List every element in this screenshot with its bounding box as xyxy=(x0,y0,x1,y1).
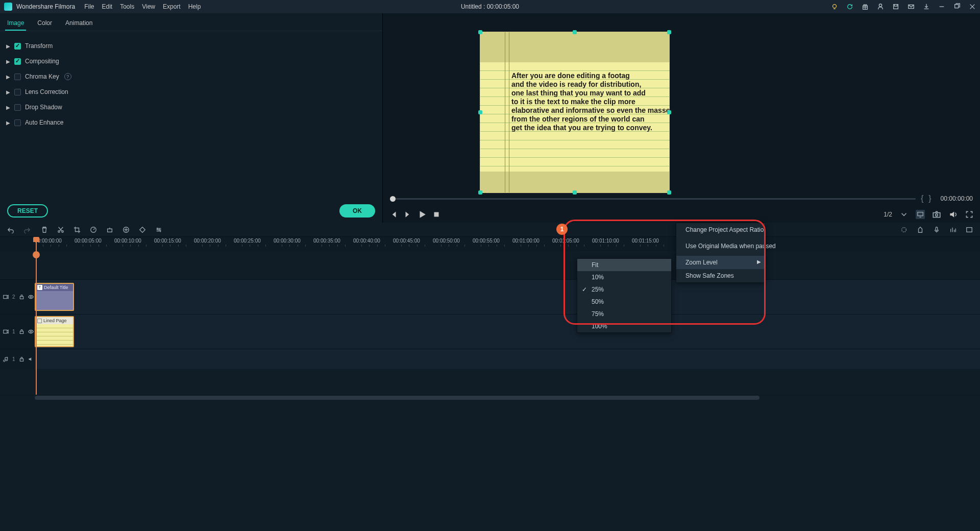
delete-button[interactable] xyxy=(41,226,48,233)
tab-color[interactable]: Color xyxy=(35,16,54,31)
resize-handle-icon[interactable] xyxy=(667,110,671,114)
reset-button[interactable]: RESET xyxy=(7,204,48,218)
dropdown-icon[interactable] xyxy=(899,210,909,219)
play-button[interactable] xyxy=(418,210,427,219)
brace-right-icon[interactable]: } xyxy=(928,194,931,203)
help-icon[interactable]: ? xyxy=(64,73,71,80)
playhead-knob-icon[interactable] xyxy=(33,251,40,258)
resize-handle-icon[interactable] xyxy=(478,30,482,34)
tab-image[interactable]: Image xyxy=(5,16,26,31)
checkbox-icon[interactable] xyxy=(14,104,21,111)
timeline-ruler[interactable]: 00:00:00:0000:00:05:0000:00:10:0000:00:1… xyxy=(0,237,980,251)
menu-use-original-media[interactable]: Use Original Media when paused xyxy=(676,239,765,253)
ok-button[interactable]: OK xyxy=(339,204,375,218)
resize-handle-icon[interactable] xyxy=(573,190,577,195)
prop-auto-enhance[interactable]: ▶Auto Enhance xyxy=(5,115,377,130)
menu-edit[interactable]: Edit xyxy=(102,3,113,10)
lock-icon[interactable] xyxy=(19,294,24,300)
menu-zoom-level[interactable]: Zoom Level▶ xyxy=(676,256,765,269)
zoom-75[interactable]: 75% xyxy=(577,308,671,320)
window-minimize-icon[interactable] xyxy=(938,3,945,10)
lock-icon[interactable] xyxy=(19,329,24,334)
green-screen-button[interactable] xyxy=(122,226,130,233)
crop-button[interactable] xyxy=(74,226,81,233)
resize-handle-icon[interactable] xyxy=(478,190,482,195)
checkbox-icon[interactable] xyxy=(14,89,21,95)
tab-animation[interactable]: Animation xyxy=(63,16,94,31)
render-button[interactable] xyxy=(900,226,908,233)
prop-lens-correction[interactable]: ▶Lens Correction xyxy=(5,84,377,100)
user-icon[interactable] xyxy=(877,3,884,10)
volume-button[interactable] xyxy=(948,210,958,219)
timeline-scrollbar[interactable] xyxy=(0,396,980,402)
display-settings-button[interactable] xyxy=(916,210,925,219)
zoom-fit[interactable]: Fit xyxy=(577,259,671,271)
voiceover-button[interactable] xyxy=(933,226,940,233)
menu-show-safe-zones[interactable]: Show Safe Zones xyxy=(676,269,765,282)
prop-drop-shadow[interactable]: ▶Drop Shadow xyxy=(5,100,377,115)
refresh-icon[interactable] xyxy=(846,3,853,10)
playhead[interactable] xyxy=(36,237,37,395)
app-logo-icon xyxy=(4,3,12,11)
audio-mixer-button[interactable] xyxy=(949,226,957,233)
prop-transform[interactable]: ▶Transform xyxy=(5,38,377,54)
undo-button[interactable] xyxy=(7,226,14,233)
color-button[interactable] xyxy=(106,226,113,233)
ruler-tick: 00:01:00:00 xyxy=(512,238,540,244)
next-frame-button[interactable] xyxy=(403,210,412,219)
selection-frame[interactable] xyxy=(480,32,670,193)
snapshot-button[interactable] xyxy=(932,210,941,219)
menu-help[interactable]: Help xyxy=(188,3,201,10)
redo-button[interactable] xyxy=(23,226,31,233)
lightbulb-icon[interactable] xyxy=(831,3,838,10)
checkbox-icon[interactable] xyxy=(14,74,21,80)
fullscreen-button[interactable] xyxy=(965,210,974,219)
eye-icon[interactable] xyxy=(28,294,34,300)
menu-change-aspect-ratio[interactable]: Change Project Aspect Ratio xyxy=(676,223,765,236)
clip-title[interactable]: TDefault Title xyxy=(35,283,74,311)
zoom-50[interactable]: 50% xyxy=(577,296,671,308)
mail-icon[interactable] xyxy=(908,3,915,10)
resize-handle-icon[interactable] xyxy=(667,30,671,34)
clip-image[interactable]: Lined Page xyxy=(35,316,74,347)
checkbox-icon[interactable] xyxy=(14,119,21,126)
prop-compositing[interactable]: ▶Compositing xyxy=(5,54,377,69)
prop-chroma-key[interactable]: ▶Chroma Key? xyxy=(5,69,377,84)
zoom-100[interactable]: 100% xyxy=(577,320,671,332)
cut-button[interactable] xyxy=(57,226,64,233)
eye-icon[interactable] xyxy=(28,329,34,334)
export-frame-button[interactable] xyxy=(966,226,973,233)
save-icon[interactable] xyxy=(892,3,899,10)
svg-point-9 xyxy=(936,214,938,216)
keyframe-button[interactable] xyxy=(139,226,146,233)
zoom-10[interactable]: 10% xyxy=(577,271,671,283)
download-icon[interactable] xyxy=(923,3,930,10)
marker-button[interactable] xyxy=(917,226,924,233)
menu-file[interactable]: File xyxy=(84,3,94,10)
menu-export[interactable]: Export xyxy=(163,3,181,10)
resize-handle-icon[interactable] xyxy=(667,190,671,195)
svg-point-24 xyxy=(30,331,31,332)
playhead-cap-icon[interactable] xyxy=(33,237,39,242)
gift-icon[interactable] xyxy=(862,3,869,10)
menu-tools[interactable]: Tools xyxy=(120,3,134,10)
brace-left-icon[interactable]: { xyxy=(921,194,923,203)
speed-button[interactable] xyxy=(90,226,97,233)
speaker-icon[interactable] xyxy=(28,356,34,362)
checkbox-icon[interactable] xyxy=(14,58,21,65)
window-close-icon[interactable] xyxy=(969,3,976,10)
zoom-25[interactable]: ✓25% xyxy=(577,283,671,296)
ruler-tick: 00:01:05:00 xyxy=(552,238,579,244)
window-maximize-icon[interactable] xyxy=(953,3,961,10)
resize-handle-icon[interactable] xyxy=(478,110,482,114)
stop-button[interactable] xyxy=(432,210,441,219)
prev-frame-button[interactable] xyxy=(389,210,398,219)
checkbox-icon[interactable] xyxy=(14,43,21,50)
lock-icon[interactable] xyxy=(19,356,24,362)
menu-view[interactable]: View xyxy=(142,3,155,10)
scrub-track[interactable] xyxy=(390,198,916,200)
adjust-button[interactable] xyxy=(155,226,162,233)
preview-stage[interactable]: After you are done editing a footag and … xyxy=(383,13,980,191)
resize-handle-icon[interactable] xyxy=(573,30,577,34)
scrub-knob-icon[interactable] xyxy=(390,196,396,202)
